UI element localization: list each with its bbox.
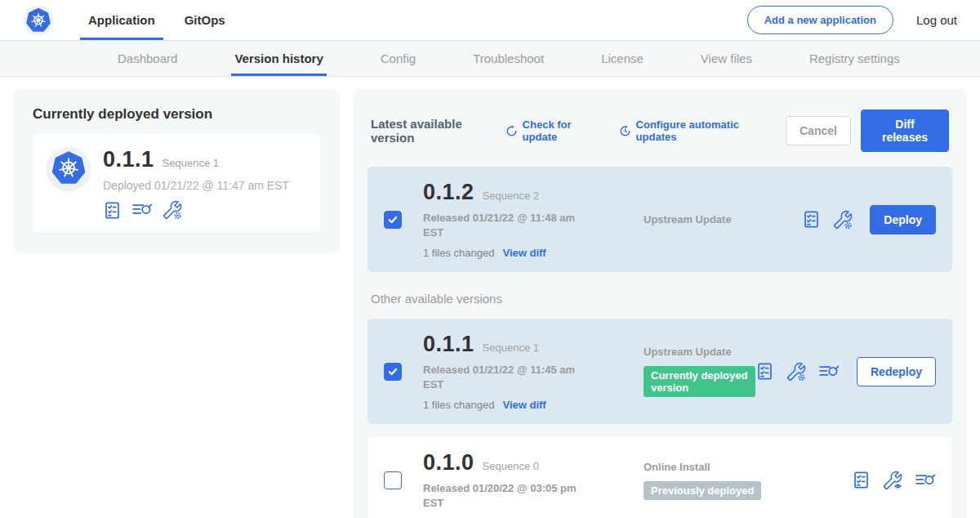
kubernetes-logo: [47, 147, 90, 190]
diff-releases-button[interactable]: Diff releases: [861, 109, 949, 152]
config-icon[interactable]: [833, 210, 853, 230]
preflight-checks-icon[interactable]: [802, 210, 821, 229]
previously-deployed-badge: Previously deployed: [644, 481, 761, 500]
released-timestamp: Released 01/21/22 @ 11:45 am EST: [423, 363, 586, 391]
app-sub-nav: Dashboard Version history Config Trouble…: [0, 41, 980, 77]
preflight-checks-icon[interactable]: [852, 471, 871, 489]
subnav-registry-settings-label: Registry settings: [809, 51, 900, 65]
view-logs-icon[interactable]: [915, 471, 936, 489]
deployed-panel-title: Currently deployed version: [33, 106, 320, 123]
source-label: Online Install: [644, 461, 852, 473]
view-config-icon[interactable]: [883, 471, 902, 490]
version-actions: [852, 471, 936, 490]
currently-deployed-badge: Currently deployed version: [644, 366, 755, 397]
version-info: 0.1.2 Sequence 2 Released 01/21/22 @ 11:…: [423, 180, 601, 259]
version-source: Online Install Previously deployed: [601, 461, 852, 500]
top-tabs: Application GitOps: [74, 0, 240, 40]
released-timestamp: Released 01/21/22 @ 11:48 am EST: [423, 211, 586, 239]
subnav-dashboard[interactable]: Dashboard: [114, 41, 180, 76]
source-label: Upstream Update: [644, 213, 802, 226]
preflight-checks-icon[interactable]: [755, 362, 774, 381]
version-checkbox[interactable]: [384, 363, 402, 381]
version-source: Upstream Update: [601, 213, 802, 226]
deployed-timestamp: Deployed 01/21/22 @ 11:47 am EST: [103, 179, 289, 192]
version-sequence: Sequence 2: [483, 190, 539, 202]
check-for-update-label: Check for update: [523, 118, 599, 143]
check-for-update-link[interactable]: Check for update: [506, 118, 599, 143]
deployed-version-card: 0.1.1 Sequence 1 Deployed 01/21/22 @ 11:…: [33, 134, 320, 233]
version-checkbox[interactable]: [384, 471, 402, 489]
version-number: 0.1.2: [423, 180, 474, 205]
currently-deployed-panel: Currently deployed version 0.1.1 Sequenc…: [13, 90, 340, 252]
subnav-dashboard-label: Dashboard: [118, 51, 177, 65]
files-changed-label: 1 files changed: [423, 399, 494, 411]
redeploy-button[interactable]: Redeploy: [857, 357, 936, 386]
subnav-config-label: Config: [381, 51, 416, 65]
tab-application-label: Application: [88, 13, 155, 27]
spacer: [368, 424, 952, 437]
checkmark-icon: [388, 368, 398, 376]
version-number: 0.1.0: [423, 450, 474, 476]
version-actions: Redeploy: [755, 357, 936, 386]
version-number: 0.1.1: [423, 332, 474, 357]
cancel-button[interactable]: Cancel: [786, 116, 851, 145]
available-versions-header: Latest available version Check for updat…: [371, 109, 949, 152]
view-logs-icon[interactable]: [131, 201, 153, 219]
subnav-view-files[interactable]: View files: [697, 41, 755, 76]
deployed-version-sequence: Sequence 1: [163, 157, 219, 169]
view-logs-icon[interactable]: [818, 363, 840, 381]
version-source: Upstream Update Currently deployed versi…: [601, 346, 755, 397]
preflight-checks-icon[interactable]: [103, 201, 122, 220]
version-checkbox[interactable]: [384, 211, 402, 229]
subnav-registry-settings[interactable]: Registry settings: [806, 41, 903, 76]
tab-application[interactable]: Application: [74, 0, 170, 40]
config-icon[interactable]: [786, 362, 806, 382]
logout-link[interactable]: Log out: [916, 13, 957, 27]
schedule-update-icon: [619, 124, 631, 138]
deployed-version-number: 0.1.1: [103, 147, 154, 172]
files-changed-label: 1 files changed: [423, 247, 494, 259]
subnav-troubleshoot-label: Troubleshoot: [473, 51, 544, 65]
add-new-application-button[interactable]: Add a new application: [747, 6, 893, 34]
view-diff-link[interactable]: View diff: [502, 399, 546, 411]
available-versions-panel: Latest available version Check for updat…: [353, 90, 967, 518]
subnav-view-files-label: View files: [701, 51, 752, 65]
available-panel-title: Latest available version: [371, 117, 494, 145]
refresh-icon: [506, 124, 518, 138]
subnav-license-label: License: [601, 51, 644, 65]
deploy-button[interactable]: Deploy: [870, 205, 936, 234]
version-info: 0.1.1 Sequence 1 Released 01/21/22 @ 11:…: [423, 332, 601, 411]
configure-updates-label: Configure automatic updates: [636, 118, 766, 143]
version-sequence: Sequence 0: [483, 460, 539, 472]
deployed-version-info: 0.1.1 Sequence 1 Deployed 01/21/22 @ 11:…: [103, 147, 289, 220]
version-row-0-1-2: 0.1.2 Sequence 2 Released 01/21/22 @ 11:…: [368, 167, 952, 272]
subnav-version-history-label: Version history: [234, 51, 323, 65]
released-timestamp: Released 01/20/22 @ 03:05 pm EST: [423, 481, 586, 510]
version-row-0-1-0: 0.1.0 Sequence 0 Released 01/20/22 @ 03:…: [368, 437, 952, 518]
subnav-troubleshoot[interactable]: Troubleshoot: [470, 41, 547, 76]
version-row-0-1-1: 0.1.1 Sequence 1 Released 01/21/22 @ 11:…: [368, 319, 952, 424]
config-icon[interactable]: [163, 200, 182, 220]
main-content: Currently deployed version 0.1.1 Sequenc…: [0, 77, 980, 518]
subnav-license[interactable]: License: [598, 41, 647, 76]
checkmark-icon: [388, 216, 398, 224]
configure-automatic-updates-link[interactable]: Configure automatic updates: [619, 118, 766, 143]
view-diff-link[interactable]: View diff: [502, 247, 546, 259]
version-info: 0.1.0 Sequence 0 Released 01/20/22 @ 03:…: [423, 450, 601, 510]
top-nav: Application GitOps Add a new application…: [0, 0, 980, 41]
subnav-version-history[interactable]: Version history: [231, 41, 326, 76]
source-label: Upstream Update: [644, 346, 755, 358]
version-actions: Deploy: [802, 205, 936, 234]
tab-gitops[interactable]: GitOps: [170, 0, 240, 40]
version-sequence: Sequence 1: [483, 342, 539, 354]
kubernetes-logo: [23, 5, 54, 36]
subnav-config[interactable]: Config: [377, 41, 419, 76]
tab-gitops-label: GitOps: [185, 13, 225, 27]
other-versions-label: Other available versions: [371, 292, 949, 306]
